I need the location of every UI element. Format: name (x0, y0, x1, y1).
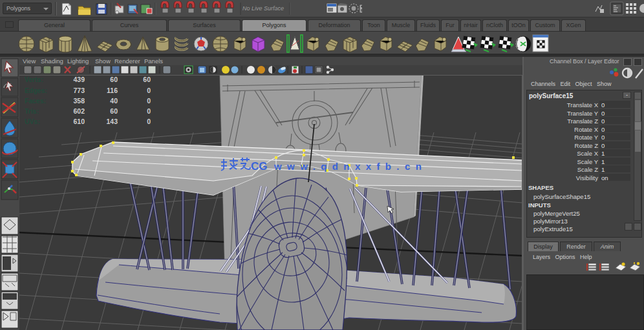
svg-text:Tris:: Tris: (25, 107, 39, 115)
svg-text:0: 0 (147, 118, 151, 125)
svg-text:116: 116 (107, 87, 118, 94)
svg-text:UVs:: UVs: (25, 118, 40, 125)
svg-text:0: 0 (147, 87, 151, 94)
svg-text:www.qdnxxfb.cn: www.qdnxxfb.cn (274, 161, 427, 172)
svg-text:Faces:: Faces: (25, 97, 46, 105)
svg-text:143: 143 (106, 118, 118, 125)
svg-text:60: 60 (110, 107, 118, 115)
svg-text:60: 60 (110, 76, 118, 83)
svg-text:No Live Surface: No Live Surface (242, 5, 284, 12)
svg-text:40: 40 (110, 97, 118, 105)
svg-text:602: 602 (73, 107, 85, 115)
svg-text:Verts:: Verts: (25, 76, 43, 83)
svg-text:60: 60 (143, 76, 151, 83)
svg-text:610: 610 (73, 118, 85, 125)
svg-text:0: 0 (147, 97, 151, 105)
svg-text:358: 358 (73, 97, 85, 105)
svg-text:Edges:: Edges: (25, 87, 47, 94)
svg-text:439: 439 (73, 76, 85, 83)
svg-text:773: 773 (73, 87, 85, 94)
svg-text:0: 0 (147, 107, 151, 115)
svg-text:CG: CG (251, 160, 268, 172)
